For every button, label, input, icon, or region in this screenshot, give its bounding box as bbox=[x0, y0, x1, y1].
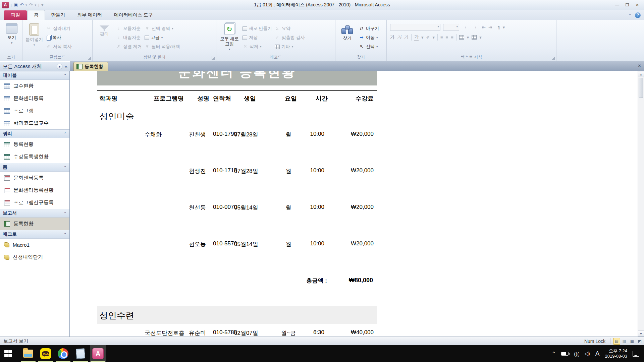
redo-icon[interactable]: ↷ bbox=[29, 2, 33, 8]
italic-icon[interactable]: 가 bbox=[397, 34, 401, 40]
layout-view-button[interactable]: ▦ bbox=[629, 338, 636, 345]
clipboard-dialog-launcher-icon[interactable] bbox=[88, 56, 91, 60]
nav-item-form[interactable]: 프로그램신규등록 bbox=[0, 196, 69, 209]
nav-item-macro[interactable]: 신청내역닫기 bbox=[0, 251, 69, 263]
taskbar-chrome[interactable] bbox=[55, 345, 71, 362]
selection-button[interactable]: ▼ 선택 영역 ▾ bbox=[143, 24, 181, 33]
align-center-icon[interactable]: ≡ bbox=[446, 35, 448, 40]
goto-button[interactable]: ➡ 이동 ▾ bbox=[358, 34, 380, 42]
align-right-icon[interactable]: ≡ bbox=[451, 35, 453, 40]
action-center-icon[interactable] bbox=[633, 351, 639, 357]
nav-item-report-selected[interactable]: 등록현황 bbox=[0, 218, 69, 230]
nav-item-query[interactable]: 등록현황 bbox=[0, 138, 69, 150]
paragraph-direction-icon[interactable]: ¶ bbox=[498, 25, 500, 30]
replace-button[interactable]: ⇄ 바꾸기 bbox=[358, 24, 380, 33]
report-view-button[interactable]: ▤ bbox=[613, 338, 620, 345]
numbering-icon[interactable]: ≕ bbox=[472, 25, 476, 30]
decrease-indent-icon[interactable]: ⇤ bbox=[482, 25, 486, 30]
sort-ascending-button[interactable]: ↓ 오름차순 bbox=[115, 24, 143, 33]
nav-pane-header[interactable]: 모든 Access 개체 ▼ « bbox=[0, 61, 70, 71]
clear-sort-button[interactable]: ✗ 정렬 제거 bbox=[115, 43, 143, 51]
customize-qat-icon[interactable]: ▾ bbox=[41, 2, 44, 8]
text-format-dialog-launcher-icon[interactable] bbox=[552, 56, 555, 60]
increase-indent-icon[interactable]: ⇥ bbox=[488, 25, 492, 30]
view-button[interactable]: 보기 ▾ bbox=[1, 21, 22, 54]
tab-create[interactable]: 만들기 bbox=[45, 10, 71, 20]
save-record-button[interactable]: 저장 bbox=[241, 34, 273, 42]
format-painter-button[interactable]: ✐ 서식 복사 bbox=[45, 43, 73, 51]
nav-item-table[interactable]: 문화센터등록 bbox=[0, 92, 69, 105]
document-close-icon[interactable]: ✕ bbox=[638, 63, 641, 68]
wifi-icon[interactable]: ((( bbox=[574, 351, 579, 357]
bold-icon[interactable]: 가 bbox=[390, 34, 394, 40]
toggle-filter-button[interactable]: ▼ 필터 적용/해제 bbox=[143, 43, 181, 51]
taskbar-notepad[interactable] bbox=[72, 345, 89, 362]
totals-button[interactable]: Σ 요약 bbox=[273, 24, 306, 33]
filter-button[interactable]: 필터 bbox=[94, 21, 115, 54]
align-left-icon[interactable]: ≡ bbox=[440, 35, 443, 40]
nav-item-table[interactable]: 학과코드별교수 bbox=[0, 117, 69, 129]
nav-section-queries[interactable]: 쿼리 ⌃ bbox=[0, 129, 69, 138]
nav-item-macro[interactable]: Macro1 bbox=[0, 239, 69, 251]
paste-button[interactable]: 붙여넣기 ▾ bbox=[24, 21, 45, 54]
delete-record-button[interactable]: ✕ 삭제 ▾ bbox=[241, 43, 273, 51]
nav-item-table[interactable]: 교수현황 bbox=[0, 80, 69, 92]
print-preview-button[interactable]: ▥ bbox=[621, 338, 628, 345]
nav-collapse-icon[interactable]: « bbox=[64, 64, 68, 69]
find-button[interactable]: 찾기 bbox=[337, 21, 358, 54]
ime-indicator[interactable]: A bbox=[595, 350, 600, 357]
undo-dropdown-icon[interactable]: ▾ bbox=[25, 2, 27, 8]
tab-external-data[interactable]: 외부 데이터 bbox=[71, 10, 108, 20]
tab-file[interactable]: 파일 bbox=[4, 10, 27, 20]
taskbar-file-explorer[interactable] bbox=[20, 345, 36, 362]
more-records-button[interactable]: 기타 ▾ bbox=[273, 43, 306, 51]
tray-chevron-icon[interactable]: ⌃ bbox=[552, 351, 556, 357]
tab-home[interactable]: 홈 bbox=[28, 10, 45, 20]
nav-item-form[interactable]: 문화센터등록현황 bbox=[0, 184, 69, 196]
font-color-icon[interactable]: 가 bbox=[414, 34, 419, 41]
save-icon[interactable]: ▣ bbox=[14, 2, 18, 8]
taskbar-clock[interactable]: 오후 7:24 2019-08-03 bbox=[605, 348, 628, 359]
scroll-down-icon[interactable]: ▼ bbox=[638, 330, 644, 337]
restore-button[interactable]: ❐ bbox=[623, 2, 632, 8]
undo-icon[interactable]: ↶ bbox=[20, 2, 23, 8]
highlight-color-icon[interactable]: ✐ bbox=[426, 35, 430, 40]
nav-item-table[interactable]: 프로그램 bbox=[0, 105, 69, 117]
nav-dropdown-icon[interactable]: ▼ bbox=[57, 64, 62, 69]
copy-button[interactable]: 복사 bbox=[45, 34, 73, 42]
taskbar-access-active[interactable]: A bbox=[90, 345, 106, 362]
scroll-up-icon[interactable]: ▲ bbox=[638, 71, 644, 77]
report-view[interactable]: 문화센터 등록현황 학과명 프로그램명 성명 연락처 생일 요일 시간 수강료 … bbox=[70, 71, 638, 337]
spelling-button[interactable]: ✓ 맞춤법 검사 bbox=[273, 34, 306, 42]
battery-icon[interactable] bbox=[561, 352, 569, 356]
nav-section-macros[interactable]: 매크로 ⌃ bbox=[0, 230, 69, 239]
minimize-button[interactable]: — bbox=[612, 2, 622, 8]
nav-item-query[interactable]: 수강등록생현황 bbox=[0, 150, 69, 163]
font-name-combobox[interactable] bbox=[390, 24, 440, 31]
cut-button[interactable]: ✂ 잘라내기 bbox=[45, 24, 73, 33]
sort-descending-button[interactable]: ↓ 내림차순 bbox=[115, 34, 143, 42]
speaker-icon[interactable]: ◁) bbox=[584, 351, 590, 357]
vertical-scrollbar[interactable]: ▲ ▼ bbox=[638, 71, 644, 337]
access-logo-icon[interactable]: A bbox=[2, 2, 9, 8]
taskbar-kakaotalk[interactable]: TALK bbox=[38, 345, 54, 362]
tab-database-tools[interactable]: 데이터베이스 도구 bbox=[108, 10, 159, 20]
gridlines-icon[interactable] bbox=[459, 35, 464, 40]
font-size-combobox[interactable] bbox=[443, 24, 459, 31]
minimize-ribbon-icon[interactable]: ⌃ bbox=[628, 13, 632, 18]
start-button[interactable] bbox=[0, 345, 16, 362]
new-record-button[interactable]: 새로 만들기 bbox=[241, 24, 273, 33]
refresh-all-button[interactable]: ↻ 모두 새로 고침 ▾ bbox=[218, 21, 241, 54]
nav-section-reports[interactable]: 보고서 ⌃ bbox=[0, 209, 69, 218]
nav-section-tables[interactable]: 테이블 ⌃ bbox=[0, 71, 69, 80]
bullets-icon[interactable]: ≔ bbox=[465, 25, 469, 30]
nav-section-forms[interactable]: 폼 ⌃ bbox=[0, 163, 69, 172]
underline-icon[interactable]: 가 bbox=[404, 34, 409, 40]
document-tab-report[interactable]: 등록현황 bbox=[73, 62, 108, 71]
select-button[interactable]: ↖ 선택 ▾ bbox=[358, 43, 380, 51]
design-view-button[interactable]: ◩ bbox=[636, 338, 643, 345]
redo-dropdown-icon[interactable]: ▾ bbox=[35, 2, 37, 8]
advanced-filter-button[interactable]: 고급 ▾ bbox=[143, 34, 181, 42]
help-icon[interactable]: ? bbox=[635, 12, 641, 18]
alternate-row-color-icon[interactable] bbox=[472, 35, 477, 40]
